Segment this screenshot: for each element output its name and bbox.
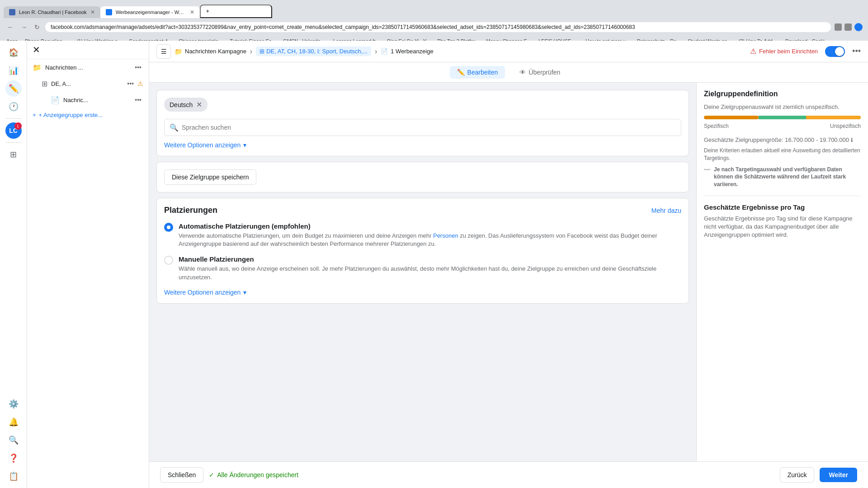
tab-favicon-facebook xyxy=(9,9,15,15)
checkmark-icon: ✓ xyxy=(209,471,214,479)
breadcrumb-ad-icon: 📄 xyxy=(381,48,388,55)
language-search-container: 🔍 xyxy=(164,119,681,136)
sidebar-icon-edit[interactable]: ✏️ xyxy=(5,80,22,97)
adset-item[interactable]: ⊞ DE, A... ••• ⚠ xyxy=(27,75,149,92)
language-more-options-btn[interactable]: Weitere Optionen anzeigen ▾ xyxy=(164,141,681,149)
campaign-folder-name: Nachrichten ... xyxy=(45,64,129,71)
address-bar[interactable] xyxy=(45,22,831,32)
auto-placement-option: Automatische Platzierungen (empfohlen) V… xyxy=(164,222,681,248)
app-layout: 🏠 📊 ✏️ 🕐 LC 1 ⊞ ⚙️ 🔔 🔍 ❓ 📋 ✕ 📁 Nachricht… xyxy=(0,41,868,488)
meter-label-right: Unspezifisch xyxy=(830,123,861,129)
adset-name: DE, A... xyxy=(51,80,122,87)
tab-close-ads[interactable]: ✕ xyxy=(190,9,194,15)
sidebar-icons: 🏠 📊 ✏️ 🕐 LC 1 ⊞ ⚙️ 🔔 🔍 ❓ 📋 xyxy=(0,41,27,488)
campaign-toggle[interactable] xyxy=(825,46,845,57)
meter-labels: Spezifisch Unspezifisch xyxy=(704,123,861,129)
breadcrumb-more-btn[interactable]: ••• xyxy=(852,47,861,56)
reload-nav-button[interactable]: ↻ xyxy=(33,22,42,33)
campaign-folder-more-btn[interactable]: ••• xyxy=(133,63,143,72)
forward-nav-button[interactable]: → xyxy=(19,22,29,33)
breadcrumb-toggle-btn[interactable]: ☰ xyxy=(156,44,171,59)
main-content: ☰ 📁 Nachrichten Kampagne › ⊞ DE, AT, CH,… xyxy=(149,41,868,488)
placements-more-link[interactable]: Mehr dazu xyxy=(651,207,681,214)
sidebar-icon-home[interactable]: 🏠 xyxy=(5,44,22,61)
sidebar-icon-help[interactable]: ❓ xyxy=(5,450,22,466)
notification-badge: 1 xyxy=(14,122,22,130)
audience-size-info-icon[interactable]: ℹ xyxy=(851,137,853,143)
ad-actions: ••• xyxy=(133,95,143,104)
language-chevron-down-icon: ▾ xyxy=(243,141,246,149)
language-card: Deutsch ✕ 🔍 Weitere Optionen anzeigen xyxy=(156,90,689,156)
saved-indicator: ✓ Alle Änderungen gespeichert xyxy=(209,471,774,479)
campaign-close-icon[interactable]: ✕ xyxy=(33,44,40,55)
edit-action-btn[interactable]: ✏️ Bearbeiten xyxy=(450,66,505,79)
audience-note-2: Je nach Targetingauswahl und verfügbaren… xyxy=(714,166,861,188)
breadcrumb-text-1: Nachrichten Kampagne xyxy=(185,48,246,55)
manual-placement-radio[interactable] xyxy=(164,256,173,265)
placements-more-options-btn[interactable]: Weitere Optionen anzeigen ▾ xyxy=(164,289,681,296)
tab-facebook[interactable]: Leon R. Chaudhari | Facebook ✕ xyxy=(4,6,100,18)
ad-more-btn[interactable]: ••• xyxy=(133,95,143,104)
sidebar-icon-bell[interactable]: 🔔 xyxy=(5,414,22,430)
breadcrumb-item-1[interactable]: 📁 Nachrichten Kampagne xyxy=(175,48,246,55)
sidebar-divider-1 xyxy=(5,118,22,119)
ad-name: Nachric... xyxy=(63,97,129,103)
back-button[interactable]: Zurück xyxy=(780,467,815,483)
breadcrumb-adset-icon: ⊞ xyxy=(259,48,264,55)
breadcrumb-sep-1: › xyxy=(250,47,252,56)
review-action-btn[interactable]: 👁 Überprüfen xyxy=(512,66,567,79)
campaign-folder-item[interactable]: 📁 Nachrichten ... ••• xyxy=(27,59,149,75)
toggle-track[interactable] xyxy=(825,46,845,57)
sidebar-icon-search[interactable]: 🔍 xyxy=(5,432,22,448)
review-eye-icon: 👁 xyxy=(519,69,526,76)
manual-placement-option: Manuelle Platzierungen Wähle manuell aus… xyxy=(164,255,681,281)
sidebar-icon-chart[interactable]: 📊 xyxy=(5,62,22,79)
form-area: Deutsch ✕ 🔍 Weitere Optionen anzeigen xyxy=(149,83,696,461)
adset-more-btn[interactable]: ••• xyxy=(125,79,136,88)
add-group-button[interactable]: + + Anzeigegruppe erste... xyxy=(27,108,149,122)
sidebar-icon-avatar[interactable]: LC 1 xyxy=(5,122,22,139)
auto-desc-link[interactable]: Personen xyxy=(433,232,458,239)
auto-desc-part1: Verwende automatische Platzierungen, um … xyxy=(179,232,431,239)
auto-placement-radio[interactable] xyxy=(164,223,173,232)
meter-label-left: Spezifisch xyxy=(704,123,729,129)
audience-meter: Spezifisch Unspezifisch xyxy=(704,116,861,129)
back-nav-button[interactable]: ← xyxy=(5,22,15,33)
breadcrumb-folder-icon-1: 📁 xyxy=(175,48,182,55)
ad-item[interactable]: 📄 Nachric... ••• xyxy=(27,92,149,108)
breadcrumb-item-3[interactable]: 📄 1 Werbeanzeige xyxy=(381,48,433,55)
tab-close-facebook[interactable]: ✕ xyxy=(90,9,95,15)
error-triangle-icon: ⚠ xyxy=(750,47,756,56)
content-area: Deutsch ✕ 🔍 Weitere Optionen anzeigen xyxy=(149,83,868,461)
campaign-folder-actions: ••• xyxy=(133,63,143,72)
breadcrumb-item-2-active[interactable]: ⊞ DE, AT, CH, 18-30, I: Sport, Deutsch,.… xyxy=(256,47,371,56)
placements-header: Platzierungen Mehr dazu xyxy=(164,206,681,215)
campaign-close-item[interactable]: ✕ xyxy=(27,41,149,59)
next-button[interactable]: Weiter xyxy=(820,468,857,482)
language-tag-deutsch: Deutsch ✕ xyxy=(164,98,208,112)
right-sidebar: Zielgruppendefinition Deine Zielgruppena… xyxy=(696,83,868,461)
audience-size-label: Geschätzte Zielgruppengröße: 16.700.000 … xyxy=(704,136,849,143)
sidebar-icon-grid[interactable]: ⊞ xyxy=(5,146,22,163)
meter-fill-green xyxy=(759,116,806,119)
browser-actions xyxy=(835,23,863,31)
tab-title-facebook: Leon R. Chaudhari | Facebook xyxy=(19,9,87,15)
sidebar-icon-table[interactable]: 📋 xyxy=(5,468,22,484)
language-card-body: Deutsch ✕ 🔍 Weitere Optionen anzeigen xyxy=(157,90,689,156)
language-tag-remove-btn[interactable]: ✕ xyxy=(196,100,202,109)
add-group-label: + Anzeigegruppe erste... xyxy=(39,112,103,118)
tab-favicon-ads xyxy=(106,9,112,15)
save-audience-btn[interactable]: Diese Zielgruppe speichern xyxy=(164,169,256,185)
saved-label: Alle Änderungen gespeichert xyxy=(217,471,298,479)
sidebar-icon-settings[interactable]: ⚙️ xyxy=(5,396,22,412)
tab-adsmanager[interactable]: Werbeanzeigenmanager - Wer... ✕ xyxy=(100,6,200,18)
language-search-input[interactable] xyxy=(164,119,681,136)
placements-card-body: Platzierungen Mehr dazu Automatische Pla… xyxy=(157,198,689,303)
breadcrumb-toggle-icon: ☰ xyxy=(161,48,167,55)
sidebar-icon-clock[interactable]: 🕐 xyxy=(5,99,22,115)
save-audience-card: Diese Zielgruppe speichern xyxy=(156,162,689,192)
close-button[interactable]: Schließen xyxy=(160,467,203,483)
add-group-plus-icon: + xyxy=(33,112,36,118)
profile-icon xyxy=(854,23,863,31)
new-tab-button[interactable]: + xyxy=(200,5,272,18)
